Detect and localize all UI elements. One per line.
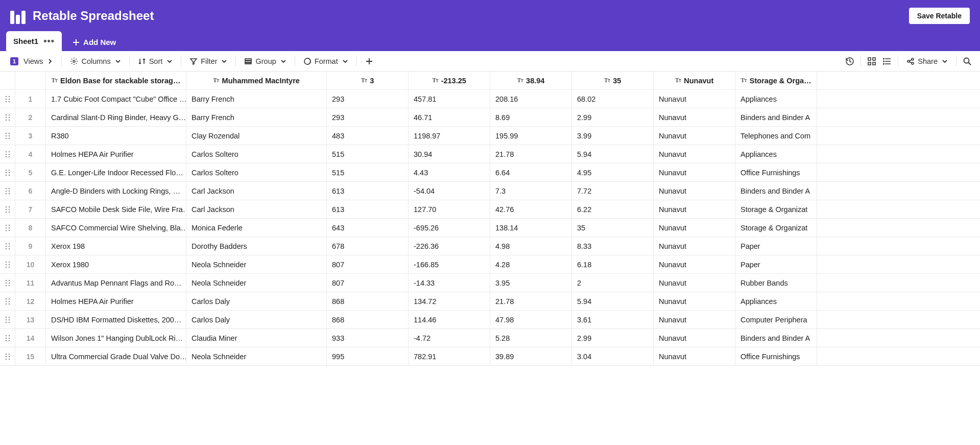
cell[interactable]: 127.70 xyxy=(409,200,490,218)
cell[interactable]: 3.61 xyxy=(572,311,654,329)
cell[interactable]: Nunavut xyxy=(654,145,735,163)
row-handle[interactable] xyxy=(0,329,15,347)
cell[interactable]: Appliances xyxy=(735,90,817,108)
cell[interactable]: Binders and Binder A xyxy=(735,182,817,200)
cell[interactable]: 8.33 xyxy=(572,237,654,255)
cell[interactable]: 7.72 xyxy=(572,182,654,200)
row-number[interactable]: 8 xyxy=(15,219,46,237)
cell[interactable]: 457.81 xyxy=(409,90,490,108)
row-handle[interactable] xyxy=(0,237,15,255)
cell[interactable]: 293 xyxy=(327,90,409,108)
cell[interactable]: Wilson Jones 1" Hanging DublLock Ri… xyxy=(46,329,186,347)
cell[interactable]: Neola Schneider xyxy=(186,274,327,292)
add-new-sheet-button[interactable]: Add New xyxy=(66,33,122,51)
search-button[interactable] xyxy=(960,54,975,69)
table-row[interactable]: 2Cardinal Slant-D Ring Binder, Heavy G…B… xyxy=(0,108,980,127)
cell[interactable]: 3.99 xyxy=(572,127,654,145)
row-handle[interactable] xyxy=(0,108,15,126)
cell[interactable]: Neola Schneider xyxy=(186,347,327,365)
cell[interactable]: 933 xyxy=(327,329,409,347)
cell[interactable]: Nunavut xyxy=(654,219,735,237)
cell[interactable]: Barry French xyxy=(186,90,327,108)
cell[interactable]: -14.33 xyxy=(409,274,490,292)
cell[interactable]: 2.99 xyxy=(572,108,654,126)
table-row[interactable]: 15Ultra Commercial Grade Dual Valve Do…N… xyxy=(0,347,980,366)
cell[interactable]: Binders and Binder A xyxy=(735,329,817,347)
cell[interactable]: Nunavut xyxy=(654,347,735,365)
row-number[interactable]: 1 xyxy=(15,90,46,108)
share-button[interactable]: Share xyxy=(901,54,953,68)
row-number[interactable]: 13 xyxy=(15,311,46,329)
cell[interactable]: 995 xyxy=(327,347,409,365)
cell[interactable]: Ultra Commercial Grade Dual Valve Do… xyxy=(46,347,186,365)
cell[interactable]: 293 xyxy=(327,108,409,126)
cell[interactable]: Nunavut xyxy=(654,329,735,347)
cell[interactable]: SAFCO Commercial Wire Shelving, Bla… xyxy=(46,219,186,237)
table-row[interactable]: 8SAFCO Commercial Wire Shelving, Bla…Mon… xyxy=(0,219,980,237)
column-header[interactable]: TTStorage & Orga… xyxy=(735,72,817,89)
cell[interactable]: 1198.97 xyxy=(409,127,490,145)
sheet-tab-active[interactable]: Sheet1 ••• xyxy=(6,31,62,51)
column-header[interactable]: TT38.94 xyxy=(490,72,572,89)
cell[interactable]: Nunavut xyxy=(654,237,735,255)
row-handle[interactable] xyxy=(0,311,15,329)
cell[interactable]: Advantus Map Pennant Flags and Ro… xyxy=(46,274,186,292)
cell[interactable]: 21.78 xyxy=(490,145,572,163)
cell[interactable]: 114.46 xyxy=(409,311,490,329)
cell[interactable]: SAFCO Mobile Desk Side File, Wire Fra… xyxy=(46,200,186,218)
cell[interactable]: 4.43 xyxy=(409,163,490,181)
cell[interactable]: 613 xyxy=(327,182,409,200)
row-number[interactable]: 7 xyxy=(15,200,46,218)
column-header[interactable]: TTEldon Base for stackable storag… xyxy=(46,72,186,89)
cell[interactable]: Holmes HEPA Air Purifier xyxy=(46,292,186,310)
row-number[interactable]: 10 xyxy=(15,255,46,273)
table-row[interactable]: 3R380Clay Rozendal4831198.97195.993.99Nu… xyxy=(0,127,980,145)
table-row[interactable]: 14Wilson Jones 1" Hanging DublLock Ri…Cl… xyxy=(0,329,980,347)
cell[interactable]: Nunavut xyxy=(654,255,735,273)
cell[interactable]: Neola Schneider xyxy=(186,255,327,273)
cell[interactable]: Storage & Organizat xyxy=(735,219,817,237)
table-row[interactable]: 7SAFCO Mobile Desk Side File, Wire Fra…C… xyxy=(0,200,980,219)
table-row[interactable]: 5G.E. Longer-Life Indoor Recessed Flo…Ca… xyxy=(0,163,980,182)
row-handle[interactable] xyxy=(0,145,15,163)
cell[interactable]: 515 xyxy=(327,163,409,181)
table-row[interactable]: 10Xerox 1980Neola Schneider807-166.854.2… xyxy=(0,255,980,274)
row-handle[interactable] xyxy=(0,255,15,273)
row-handle[interactable] xyxy=(0,347,15,365)
row-handle[interactable] xyxy=(0,163,15,181)
cell[interactable]: Office Furnishings xyxy=(735,347,817,365)
cell[interactable]: Nunavut xyxy=(654,200,735,218)
row-number[interactable]: 11 xyxy=(15,274,46,292)
cell[interactable]: 4.28 xyxy=(490,255,572,273)
cell[interactable]: Claudia Miner xyxy=(186,329,327,347)
cell[interactable]: Storage & Organizat xyxy=(735,200,817,218)
cell[interactable]: -166.85 xyxy=(409,255,490,273)
cell[interactable]: Barry French xyxy=(186,108,327,126)
row-handle[interactable] xyxy=(0,200,15,218)
cell[interactable]: -226.36 xyxy=(409,237,490,255)
cell[interactable]: 138.14 xyxy=(490,219,572,237)
table-row[interactable]: 13DS/HD IBM Formatted Diskettes, 200…Car… xyxy=(0,311,980,329)
table-row[interactable]: 9Xerox 198Dorothy Badders678-226.364.988… xyxy=(0,237,980,255)
grid[interactable]: TTEldon Base for stackable storag…TTMuha… xyxy=(0,72,980,445)
cell[interactable]: 134.72 xyxy=(409,292,490,310)
table-row[interactable]: 11.7 Cubic Foot Compact "Cube" Office …B… xyxy=(0,90,980,108)
cell[interactable]: 2.99 xyxy=(572,329,654,347)
cell[interactable]: 807 xyxy=(327,274,409,292)
column-header[interactable]: TT-213.25 xyxy=(409,72,490,89)
cell[interactable]: 21.78 xyxy=(490,292,572,310)
history-button[interactable] xyxy=(842,54,857,69)
cell[interactable]: -54.04 xyxy=(409,182,490,200)
cell[interactable]: 8.69 xyxy=(490,108,572,126)
cell[interactable]: R380 xyxy=(46,127,186,145)
cell[interactable]: Nunavut xyxy=(654,127,735,145)
add-button[interactable] xyxy=(360,54,378,68)
cell[interactable]: Nunavut xyxy=(654,274,735,292)
row-number[interactable]: 9 xyxy=(15,237,46,255)
row-number[interactable]: 3 xyxy=(15,127,46,145)
cell[interactable]: Carlos Soltero xyxy=(186,145,327,163)
cell[interactable]: Cardinal Slant-D Ring Binder, Heavy G… xyxy=(46,108,186,126)
cell[interactable]: Xerox 1980 xyxy=(46,255,186,273)
cell[interactable]: 2 xyxy=(572,274,654,292)
cell[interactable]: 515 xyxy=(327,145,409,163)
